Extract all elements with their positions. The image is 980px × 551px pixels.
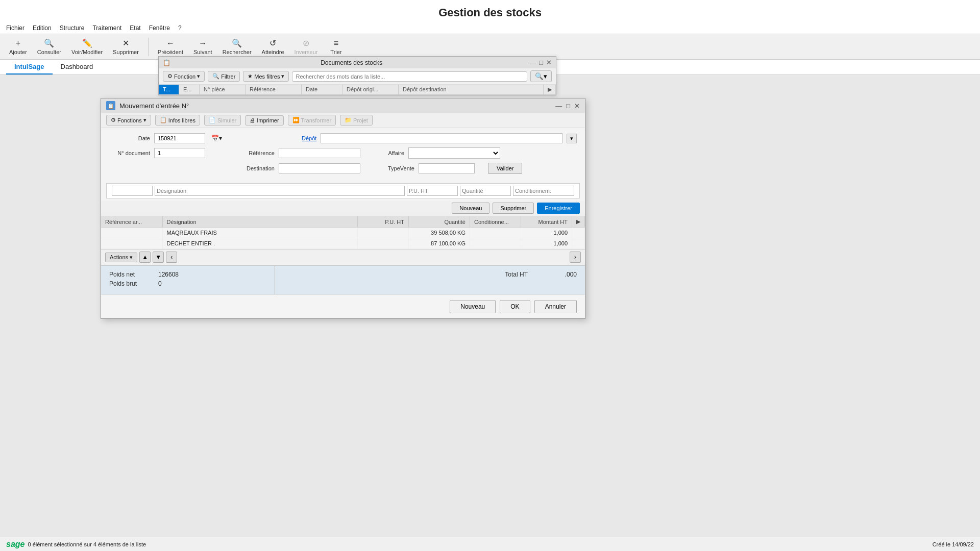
affaire-select[interactable] bbox=[408, 147, 500, 159]
nav-down-button[interactable]: ▼ bbox=[153, 252, 164, 263]
nav-left-button[interactable]: ‹ bbox=[166, 252, 177, 263]
menu-structure[interactable]: Structure bbox=[60, 24, 85, 32]
col-depot-destination: Dépôt destination bbox=[399, 85, 544, 94]
article-conditionnement-input[interactable] bbox=[513, 186, 574, 196]
filtrer-button[interactable]: 🔍 Filtrer bbox=[208, 71, 240, 82]
date-input[interactable] bbox=[154, 133, 205, 143]
depot-input[interactable] bbox=[321, 133, 562, 143]
inverseur-icon: ⊘ bbox=[303, 38, 309, 48]
menu-etat[interactable]: Etat bbox=[130, 24, 140, 32]
table-header-row: Référence ar... Désignation P.U. HT Quan… bbox=[101, 216, 585, 228]
menu-fenetre[interactable]: Fenêtre bbox=[149, 24, 170, 32]
nav-right-button[interactable]: › bbox=[570, 252, 581, 263]
table-row[interactable]: MAQREAUX FRAIS 39 508,00 KG 1,000 bbox=[101, 228, 585, 238]
list-toolbar: ⚙ Fonction ▾ 🔍 Filtrer ★ Mes filtres ▾ 🔍… bbox=[159, 68, 556, 85]
forward-icon: → bbox=[199, 39, 207, 48]
settings-icon: ⚙ bbox=[111, 117, 116, 123]
search-button[interactable]: 🔍▾ bbox=[530, 70, 552, 82]
toolbar-separator-1 bbox=[148, 38, 149, 56]
filtrer-label: Filtrer bbox=[221, 73, 235, 80]
dialog-close-button[interactable]: ✕ bbox=[574, 102, 580, 110]
nav-up-button[interactable]: ▲ bbox=[139, 252, 151, 263]
tab-dashboard[interactable]: Dashboard bbox=[53, 60, 102, 74]
date-picker-icon[interactable]: 📅▾ bbox=[211, 135, 222, 142]
print-icon: 🖨 bbox=[250, 117, 255, 123]
list-close-button[interactable]: ✕ bbox=[546, 59, 552, 66]
table-row[interactable]: DECHET ENTIER . 87 100,00 KG 1,000 bbox=[101, 238, 585, 249]
depot-dropdown-button[interactable]: ▾ bbox=[567, 134, 577, 143]
list-maximize-button[interactable]: □ bbox=[539, 59, 543, 66]
fonctions-label: Fonctions bbox=[117, 117, 142, 123]
atteindre-label: Atteindre bbox=[262, 49, 284, 55]
transform-icon: ⏩ bbox=[292, 117, 300, 123]
col-reference: Référence bbox=[246, 85, 302, 94]
edit-icon: ✏️ bbox=[82, 38, 92, 48]
supprimer-line-button[interactable]: Supprimer bbox=[493, 203, 534, 214]
actions-dropdown-button[interactable]: Actions ▾ bbox=[105, 253, 137, 262]
inverseur-button[interactable]: ⊘ Inverseur bbox=[291, 37, 321, 56]
main-dialog: 📋 Mouvement d'entrée N° — □ ✕ ⚙ Fonction… bbox=[101, 98, 585, 319]
dialog-icon: 📋 bbox=[106, 101, 115, 110]
summary-poids-net-row: Poids net 126608 bbox=[109, 271, 266, 278]
search-input[interactable] bbox=[292, 71, 527, 82]
tab-intuisage[interactable]: IntuiSage bbox=[6, 60, 53, 74]
chevron-down-icon: ▾ bbox=[197, 73, 200, 80]
precedent-button[interactable]: ← Précédent bbox=[155, 38, 186, 56]
search-icon: 🔍 bbox=[44, 38, 54, 48]
rechercher-button[interactable]: 🔍 Rechercher bbox=[219, 37, 255, 56]
cell-expand-1 bbox=[572, 228, 585, 238]
supprimer-button[interactable]: ✕ Supprimer bbox=[110, 37, 142, 56]
th-ref-ar: Référence ar... bbox=[101, 216, 162, 228]
voir-modifier-button[interactable]: ✏️ Voir/Modifier bbox=[68, 37, 106, 56]
menu-fichier[interactable]: Fichier bbox=[6, 24, 24, 32]
reference-input[interactable] bbox=[279, 148, 360, 158]
atteindre-button[interactable]: ↺ Atteindre bbox=[259, 37, 287, 56]
annuler-footer-button[interactable]: Annuler bbox=[534, 300, 577, 313]
nouveau-footer-button[interactable]: Nouveau bbox=[450, 300, 496, 313]
col-expand[interactable]: ▶ bbox=[544, 85, 556, 94]
cell-conditionnement-2 bbox=[470, 238, 521, 249]
dialog-toolbar: ⚙ Fonctions ▾ 📋 Infos libres 📄 Simuler 🖨… bbox=[101, 113, 585, 128]
precedent-label: Précédent bbox=[158, 49, 183, 55]
article-quantite-input[interactable] bbox=[460, 186, 511, 196]
gear-icon: ⚙ bbox=[167, 73, 173, 80]
list-columns: T... E... N° pièce Référence Date Dépôt … bbox=[159, 85, 556, 95]
ok-footer-button[interactable]: OK bbox=[500, 300, 530, 313]
depot-link[interactable]: Dépôt bbox=[302, 135, 316, 141]
imprimer-button[interactable]: 🖨 Imprimer bbox=[245, 115, 283, 126]
suivant-button[interactable]: → Suivant bbox=[190, 38, 215, 56]
col-type: T... bbox=[159, 85, 179, 94]
form-row-dest-type-valider: Destination TypeVente Valider bbox=[109, 163, 577, 174]
article-ref-input[interactable] bbox=[112, 186, 153, 196]
actions-arrow-icon: ▾ bbox=[130, 254, 133, 260]
dialog-minimize-button[interactable]: — bbox=[555, 102, 562, 110]
infos-libres-button[interactable]: 📋 Infos libres bbox=[155, 115, 200, 126]
fonction-button[interactable]: ⚙ Fonction ▾ bbox=[163, 71, 205, 82]
menu-help[interactable]: ? bbox=[178, 24, 182, 32]
dialog-window-controls: — □ ✕ bbox=[555, 102, 580, 110]
menu-edition[interactable]: Edition bbox=[33, 24, 52, 32]
trier-label: Trier bbox=[330, 49, 341, 55]
valider-button[interactable]: Valider bbox=[488, 163, 522, 174]
article-pu-ht-input[interactable] bbox=[407, 186, 458, 196]
article-entry-row bbox=[106, 183, 580, 198]
nouveau-line-button[interactable]: Nouveau bbox=[452, 203, 489, 214]
menu-traitement[interactable]: Traitement bbox=[92, 24, 121, 32]
mes-filtres-button[interactable]: ★ Mes filtres ▾ bbox=[243, 71, 289, 82]
consulter-button[interactable]: 🔍 Consulter bbox=[34, 37, 64, 56]
trier-button[interactable]: ≡ Trier bbox=[325, 38, 347, 56]
dialog-maximize-button[interactable]: □ bbox=[566, 102, 570, 110]
ajouter-button[interactable]: + Ajouter bbox=[6, 38, 30, 56]
type-vente-input[interactable] bbox=[419, 163, 475, 173]
projet-button: 📁 Projet bbox=[340, 115, 373, 126]
th-expand[interactable]: ▶ bbox=[572, 216, 585, 228]
simuler-icon: 📄 bbox=[209, 117, 216, 123]
enregistrer-button[interactable]: Enregistrer bbox=[537, 203, 580, 214]
num-doc-input[interactable] bbox=[154, 148, 205, 158]
fonctions-button[interactable]: ⚙ Fonctions ▾ bbox=[106, 115, 151, 126]
list-minimize-button[interactable]: — bbox=[529, 59, 536, 66]
date-label: Date bbox=[109, 135, 150, 141]
dialog-title: Mouvement d'entrée N° bbox=[119, 102, 189, 110]
article-designation-input[interactable] bbox=[155, 186, 405, 196]
destination-input[interactable] bbox=[279, 163, 360, 173]
